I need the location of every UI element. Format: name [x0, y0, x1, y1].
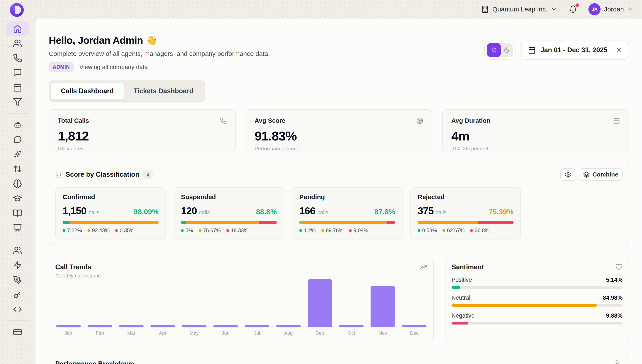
sidebar-item-presentations[interactable]	[6, 220, 29, 235]
call-trends-bar	[245, 325, 269, 327]
classification-bar	[418, 221, 513, 224]
call-trends-bar-column	[88, 325, 112, 327]
sparkles-icon	[13, 150, 22, 159]
date-range-text: Jan 01 - Dec 31, 2025	[540, 46, 607, 54]
phone-icon	[13, 54, 22, 62]
bar-segment-red	[387, 221, 395, 224]
legend-item-red: 9.04%	[349, 228, 368, 234]
sidebar-item-chat[interactable]	[6, 132, 29, 147]
sidebar-item-bot[interactable]	[6, 118, 29, 132]
sentiment-label: Positive	[452, 276, 472, 283]
score-by-classification-panel: Score by Classification 4 Combine Confir…	[49, 162, 629, 246]
legend-item-orange: 62.67%	[442, 228, 465, 234]
combine-button[interactable]: Combine	[579, 168, 622, 181]
sidebar-item-ai[interactable]	[6, 147, 29, 162]
notifications-button[interactable]	[569, 5, 577, 14]
stat-subtext: 0% vs prev ·	[58, 146, 226, 152]
call-trends-month-label: Jan	[56, 330, 81, 336]
legend-item-orange: 89.76%	[321, 228, 343, 234]
sidebar-item-filters[interactable]	[6, 95, 29, 110]
sidebar-item-training[interactable]	[6, 191, 29, 206]
call-trends-card: Call Trends Monthly call volume JanFebMa…	[49, 257, 434, 342]
bar-segment-red	[478, 221, 513, 224]
book-open-icon	[13, 208, 22, 218]
count-badge: 4	[143, 170, 153, 179]
sidebar-item-design[interactable]	[6, 272, 29, 287]
progress-fill	[452, 286, 460, 289]
sidebar-item-billing[interactable]	[6, 325, 29, 340]
call-trends-bar	[88, 325, 112, 327]
sidebar-divider	[7, 320, 28, 321]
app-logo[interactable]	[10, 3, 24, 17]
progress-track	[452, 286, 622, 289]
role-note: Viewing all company data	[79, 64, 148, 70]
call-trends-month-label: Mar	[119, 330, 144, 336]
sidebar-item-home[interactable]	[6, 21, 29, 36]
tab-calls-dashboard[interactable]: Calls Dashboard	[51, 83, 124, 100]
classification-bar	[299, 221, 395, 224]
legend-item-green: 1.2%	[299, 228, 316, 234]
sidebar	[0, 18, 35, 364]
call-trends-bar-column	[371, 286, 395, 327]
classification-label: Rejected	[418, 193, 513, 201]
theme-toggle[interactable]	[484, 40, 515, 60]
calendar-icon	[13, 83, 22, 92]
call-trends-bar	[119, 325, 144, 327]
progress-fill	[452, 304, 597, 306]
call-trends-bar	[339, 325, 364, 327]
user-menu[interactable]: JA Jordan	[588, 3, 633, 15]
dark-mode-button[interactable]	[501, 43, 513, 57]
legend-item-red: 36.8%	[470, 228, 489, 234]
call-trends-labels: JanFebMarAprMayJunJulAugSepOctNovDec	[55, 330, 427, 336]
chevron-down-icon	[551, 6, 557, 12]
sidebar-item-users[interactable]	[6, 36, 29, 51]
bot-icon	[13, 120, 22, 130]
sidebar-item-automations[interactable]	[6, 258, 29, 272]
layers-icon	[583, 171, 590, 178]
org-name: Quantum Leap Inc.	[492, 6, 547, 13]
progress-track	[452, 304, 622, 306]
gear-icon	[565, 171, 571, 178]
org-switcher[interactable]: Quantum Leap Inc.	[481, 6, 557, 13]
clear-date-button[interactable]	[616, 47, 622, 53]
sentiment-row-neutral: Neutral 84.98%	[452, 294, 622, 306]
main-panel: Hello, Jordan Admin 👋 Complete overview …	[35, 18, 642, 364]
tab-tickets-dashboard[interactable]: Tickets Dashboard	[124, 83, 203, 100]
sidebar-item-transfers[interactable]	[6, 162, 29, 176]
filter-icon	[13, 98, 22, 106]
zap-icon	[13, 261, 22, 270]
sidebar-item-intelligence[interactable]	[6, 176, 29, 191]
heart-icon	[615, 263, 622, 270]
classification-label: Pending	[299, 193, 395, 201]
sentiment-value: 84.98%	[603, 294, 622, 301]
stat-subtext: 214.00s per call ·	[451, 146, 620, 152]
sidebar-item-team[interactable]	[6, 243, 29, 258]
card-subtitle: Monthly call volume	[55, 273, 101, 279]
call-trends-bar-column	[276, 325, 301, 327]
sidebar-item-access[interactable]	[6, 287, 29, 302]
orange-dot-icon	[88, 229, 90, 232]
sidebar-item-library[interactable]	[6, 206, 29, 220]
sidebar-item-calls[interactable]	[6, 51, 29, 66]
green-dot-icon	[63, 229, 66, 232]
classification-score: 98.09%	[134, 208, 159, 216]
stat-value: 4m	[451, 128, 620, 144]
classification-unit: calls	[89, 209, 99, 216]
users-icon	[13, 39, 22, 48]
classification-bar	[181, 221, 277, 224]
sidebar-item-developer[interactable]	[6, 302, 29, 316]
classification-calls: 166	[299, 205, 315, 217]
red-dot-icon	[226, 229, 229, 232]
settings-button[interactable]	[560, 168, 575, 181]
light-mode-button[interactable]	[487, 43, 501, 57]
page-title: Hello, Jordan Admin 👋	[49, 34, 270, 46]
sentiment-value: 9.88%	[606, 312, 622, 319]
date-range-picker[interactable]: Jan 01 - Dec 31, 2025	[521, 40, 629, 60]
sidebar-item-calendar[interactable]	[6, 80, 29, 95]
call-trends-bar	[308, 279, 332, 327]
call-trends-bar-column	[402, 325, 427, 327]
green-dot-icon	[418, 229, 420, 232]
sidebar-item-messages[interactable]	[6, 66, 29, 80]
call-trends-bar	[56, 325, 81, 327]
bar-segment-red	[158, 221, 159, 224]
